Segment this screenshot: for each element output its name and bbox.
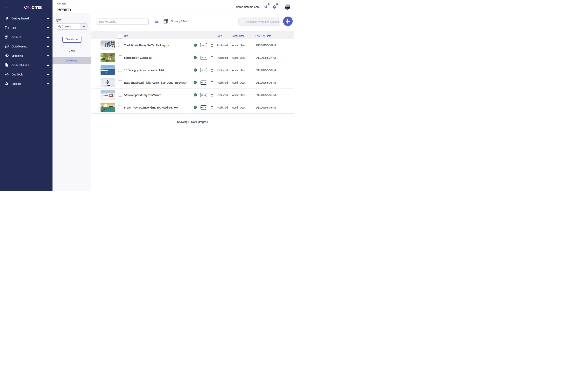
svg-text:cms: cms	[32, 4, 42, 10]
